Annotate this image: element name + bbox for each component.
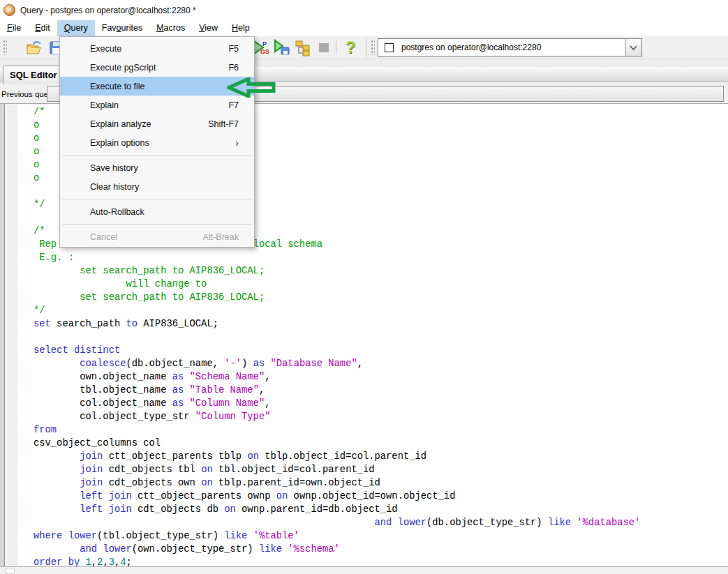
menu-item-label: Execute pgScript xyxy=(90,63,156,73)
menu-bar: FileEditQueryFavouritesMacrosViewHelp xyxy=(0,20,728,36)
code-line: and lower(db.object_type_str) like '%dat… xyxy=(34,516,640,529)
svg-text:P: P xyxy=(262,40,267,47)
toolbar-panel-edge xyxy=(366,36,366,59)
menu-item-clear-history[interactable]: Clear history xyxy=(60,177,254,196)
scrollbar-button[interactable] xyxy=(6,568,15,574)
code-line: left join cdt_objects db on ownp.parent_… xyxy=(34,503,640,516)
code-line: join ctt_object_parents tblp on tblp.obj… xyxy=(34,450,640,463)
app-icon xyxy=(3,4,15,16)
menu-item-shortcut: F7 xyxy=(228,100,239,110)
code-line: col.object_name as "Column Name", xyxy=(34,397,640,410)
connection-combobox[interactable]: postgres on operator@localhost:2280 xyxy=(378,38,642,56)
toolbar-grip-2[interactable] xyxy=(371,40,375,55)
connection-label: postgres on operator@localhost:2280 xyxy=(401,43,541,52)
menubar-item-favourites[interactable]: Favourites xyxy=(95,20,149,36)
menu-separator xyxy=(60,221,254,227)
menu-item-explain-options[interactable]: Explain options› xyxy=(60,133,254,152)
menu-item-label: Cancel xyxy=(90,232,117,242)
code-line: and lower(own.object_type_str) like '%sc… xyxy=(34,543,640,556)
explain-icon xyxy=(294,39,312,56)
connection-checkbox[interactable] xyxy=(385,43,394,52)
editor-gutter xyxy=(6,104,18,566)
code-line: left join ctt_object_parents ownp on own… xyxy=(34,490,640,503)
code-line: join cdt_objects own on tblp.parent_id=o… xyxy=(34,476,640,490)
open-file-icon xyxy=(25,39,43,56)
menu-item-label: Explain analyze xyxy=(90,119,151,129)
menu-separator xyxy=(60,196,254,202)
toolbar-grip[interactable] xyxy=(3,40,7,55)
chevron-down-icon xyxy=(626,39,641,56)
menubar-item-query[interactable]: Query xyxy=(57,20,95,36)
menu-item-auto-rollback[interactable]: Auto-Rollback xyxy=(60,202,254,221)
menu-separator xyxy=(60,152,254,158)
code-line: from xyxy=(34,423,640,437)
code-line: */ xyxy=(34,304,640,317)
menu-item-label: Save history xyxy=(90,163,138,173)
menu-item-label: Execute to file xyxy=(90,82,145,91)
code-line: will change to xyxy=(34,278,640,291)
menu-item-shortcut: F5 xyxy=(228,44,239,54)
code-line: set search_path to AIP836_LOCAL; xyxy=(34,291,640,304)
title-bar: Query - postgres on operator@localhost:2… xyxy=(0,0,728,20)
code-line: set search_path to AIP836_LOCAL; xyxy=(34,317,640,331)
menubar-item-macros[interactable]: Macros xyxy=(149,20,192,36)
menu-item-cancel[interactable]: CancelAlt-Break xyxy=(60,227,254,246)
connection-dropdown-button[interactable] xyxy=(625,39,641,56)
horizontal-scrollbar[interactable] xyxy=(0,566,728,574)
menubar-item-edit[interactable]: Edit xyxy=(28,20,57,36)
editor-left-edge xyxy=(0,104,5,566)
menu-item-label: Execute xyxy=(90,44,121,54)
menu-item-label: Explain options xyxy=(90,138,149,148)
code-line xyxy=(34,331,640,344)
menu-item-shortcut: Alt-Break xyxy=(203,232,239,242)
menu-item-label: Clear history xyxy=(90,182,139,192)
menu-item-label: Auto-Rollback xyxy=(90,207,144,217)
code-line: coalesce(db.object_name, '-') as "Databa… xyxy=(34,357,640,370)
code-line: tbl.object_name as "Table Name", xyxy=(34,384,640,397)
code-line: where lower(tbl.object_type_str) like '%… xyxy=(34,529,640,543)
menubar-item-help[interactable]: Help xyxy=(225,20,257,36)
toolbar-separator xyxy=(336,40,336,54)
execute-to-file-icon xyxy=(273,39,291,56)
query-menu-dropdown: ExecuteF5Execute pgScriptF6Execute to fi… xyxy=(59,36,255,248)
menu-item-execute-to-file[interactable]: Execute to file xyxy=(60,77,254,96)
code-line: select distinct xyxy=(34,344,640,357)
menubar-item-view[interactable]: View xyxy=(192,20,225,36)
help-icon: ? xyxy=(341,39,359,56)
code-line: join cdt_objects tbl on tbl.object_id=co… xyxy=(34,463,640,476)
code-line: col.object_type_str "Column Type" xyxy=(34,410,640,423)
svg-text:GS: GS xyxy=(260,48,269,55)
code-line: own.object_name as "Schema Name", xyxy=(34,370,640,384)
menu-item-shortcut: Shift-F7 xyxy=(208,119,239,129)
menu-item-label: Explain xyxy=(90,100,119,110)
menubar-item-file[interactable]: File xyxy=(0,20,28,36)
stop-icon xyxy=(315,39,333,56)
help-button[interactable]: ? xyxy=(341,39,359,56)
execute-to-file-button[interactable] xyxy=(273,39,291,56)
tab-sql-editor-label: SQL Editor xyxy=(10,70,57,80)
explain-button[interactable] xyxy=(294,39,312,56)
code-line: csv_object_columns col xyxy=(34,437,640,450)
code-line: set search_path to AIP836_LOCAL; xyxy=(34,264,640,278)
menu-item-save-history[interactable]: Save history xyxy=(60,158,254,177)
submenu-arrow-icon: › xyxy=(235,139,239,147)
open-file-button[interactable] xyxy=(25,39,43,56)
menu-item-shortcut: F6 xyxy=(228,63,239,73)
window-title: Query - postgres on operator@localhost:2… xyxy=(20,6,196,15)
editor-fold-margin xyxy=(18,104,32,566)
menu-item-explain-analyze[interactable]: Explain analyzeShift-F7 xyxy=(60,114,254,133)
stop-button[interactable] xyxy=(315,39,333,56)
menu-item-explain[interactable]: ExplainF7 xyxy=(60,96,254,114)
menu-item-execute[interactable]: ExecuteF5 xyxy=(60,39,254,58)
annotation-arrow-icon xyxy=(227,77,276,98)
menu-item-execute-pgscript[interactable]: Execute pgScriptF6 xyxy=(60,58,254,77)
code-line: E.g. : xyxy=(34,251,640,264)
